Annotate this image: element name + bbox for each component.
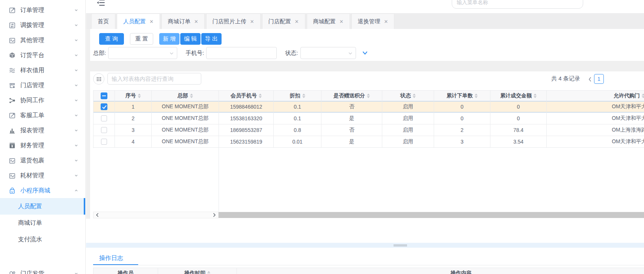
split-resize-bar[interactable] <box>86 243 644 248</box>
row-checkbox[interactable] <box>101 127 107 133</box>
pagination-prev-icon[interactable] <box>587 76 593 83</box>
menu-search-input[interactable] <box>452 0 583 9</box>
tab-operation-log[interactable]: 操作日志 <box>93 253 138 265</box>
sidebar-item-report-mgmt[interactable]: 报表管理 <box>0 123 85 138</box>
sidebar-item-label: 门店管理 <box>20 82 74 89</box>
column-header[interactable]: 允许代购门 <box>547 91 644 101</box>
column-header-label: 是否赠送积分 <box>333 92 365 99</box>
close-icon[interactable]: ✕ <box>250 19 254 24</box>
sidebar-item-service-ticket[interactable]: 客服工单 <box>0 108 85 123</box>
tab-label: 操作日志 <box>99 254 123 262</box>
sidebar-item-sample-borrow[interactable]: 样衣借用 <box>0 63 85 78</box>
table-cell: 0.8 <box>274 124 321 136</box>
sidebar-subitem-payment-flow[interactable]: 支付流水 <box>0 231 85 248</box>
tab-mall-config[interactable]: 商城配置✕ <box>307 14 350 29</box>
table-row[interactable]: 4ONE MOMENT总部156231598190.01是启用33.54OM天津… <box>94 136 644 148</box>
column-header[interactable]: 操作内容 <box>237 268 644 274</box>
status-select[interactable] <box>300 47 356 59</box>
tab-store-config[interactable]: 门店配置✕ <box>262 14 305 29</box>
horizontal-scrollbar-track[interactable] <box>93 212 219 218</box>
row-select-cell <box>94 136 115 147</box>
sidebar-subitem-mall-orders[interactable]: 商城订单 <box>0 215 85 231</box>
sidebar-subitem-label: 人员配置 <box>18 203 42 210</box>
export-button[interactable]: 导 出 <box>201 33 222 45</box>
sidebar-item-miniprogram-mall[interactable]: 小程序商城 <box>0 183 85 198</box>
column-header[interactable]: 状态 <box>382 91 434 101</box>
collapse-sidebar-icon[interactable] <box>97 0 106 6</box>
query-button[interactable]: 查 询 <box>99 33 124 45</box>
table-cell: 0.1 <box>274 113 321 124</box>
content-gutter <box>86 29 90 219</box>
reset-button[interactable]: 重 置 <box>130 33 153 45</box>
scroll-left-icon[interactable] <box>95 213 99 217</box>
sort-icon <box>413 94 416 98</box>
column-header[interactable]: 是否赠送积分 <box>321 91 382 101</box>
column-header[interactable]: 序号 <box>115 91 152 101</box>
sidebar-item-finance-mgmt[interactable]: 财务管理 <box>0 138 85 153</box>
tab-personnel-config[interactable]: 人员配置✕ <box>117 14 160 29</box>
sidebar-item-partial[interactable]: 门店发货 <box>0 266 85 274</box>
column-header[interactable]: 操作时间 <box>158 268 237 274</box>
sort-icon <box>138 94 141 98</box>
column-settings-button[interactable] <box>93 73 104 85</box>
pagination-page-1[interactable]: 1 <box>594 74 604 84</box>
tab-label: 门店照片上传 <box>213 18 246 25</box>
sidebar-item-ordering-platform[interactable]: 订货平台 <box>0 48 85 63</box>
horizontal-scrollbar-thumb[interactable] <box>219 212 644 218</box>
pinned-column-divider <box>219 148 219 212</box>
edit-button[interactable]: 编 辑 <box>180 33 201 45</box>
close-icon[interactable]: ✕ <box>149 19 154 24</box>
row-checkbox[interactable] <box>101 103 107 110</box>
chevron-down-icon <box>74 143 78 148</box>
column-header[interactable]: 折扣 <box>274 91 321 101</box>
chevron-down-icon <box>74 173 78 178</box>
sidebar-item-consumables-mgmt[interactable]: 耗材管理 <box>0 168 85 183</box>
close-icon[interactable]: ✕ <box>339 19 344 24</box>
log-tab-bar: 操作日志 <box>93 253 644 265</box>
resize-handle-icon[interactable] <box>394 244 407 247</box>
close-icon[interactable]: ✕ <box>295 19 299 24</box>
table-row[interactable]: 1ONE MOMENT总部159884680120.1否启用00OM天津和平大 <box>94 101 644 113</box>
close-icon[interactable]: ✕ <box>194 19 198 24</box>
sidebar-item-transfer-mgmt[interactable]: 调拨管理 <box>0 18 85 33</box>
row-checkbox[interactable] <box>101 139 107 145</box>
sort-icon <box>190 94 193 98</box>
column-header-label: 状态 <box>400 92 411 99</box>
box-check-icon <box>8 36 16 44</box>
sidebar-subitem-personnel-config[interactable]: 人员配置 <box>0 198 85 215</box>
table-row[interactable]: 3ONE MOMENT总部186985532870.8否启用278.4OM上海淮… <box>94 124 644 136</box>
add-button[interactable]: 新 增 <box>159 33 179 45</box>
sidebar-item-store-mgmt[interactable]: 门店管理 <box>0 78 85 93</box>
column-header[interactable]: 操作员 <box>94 268 158 274</box>
tab-home[interactable]: 首页 <box>91 14 115 29</box>
table-cell: 启用 <box>382 136 434 147</box>
tab-return-exchange-mgmt[interactable]: 退换管理✕ <box>351 14 395 29</box>
sidebar-item-return-package[interactable]: 退货包裹 <box>0 153 85 168</box>
close-icon[interactable]: ✕ <box>384 19 388 24</box>
edit-square-icon <box>8 6 16 14</box>
column-header-label: 操作时间 <box>184 270 205 274</box>
column-header[interactable]: 会员手机号 <box>219 91 274 101</box>
table-search-input[interactable] <box>107 73 201 85</box>
column-header[interactable]: 总部 <box>152 91 219 101</box>
table-cell: 78.4 <box>490 124 547 136</box>
tab-store-photo-upload[interactable]: 门店照片上传✕ <box>206 14 261 29</box>
phone-input[interactable] <box>206 47 277 59</box>
sidebar-item-other-mgmt[interactable]: 其他管理 <box>0 33 85 48</box>
tab-mall-orders[interactable]: 商城订单✕ <box>161 14 205 29</box>
tab-label: 商城订单 <box>168 18 190 25</box>
column-header[interactable]: 累计下单数 <box>434 91 490 101</box>
chevron-up-icon <box>74 188 78 193</box>
sidebar-item-label: 其他管理 <box>20 36 74 44</box>
row-checkbox[interactable] <box>101 115 107 121</box>
expand-filters-chevron-icon[interactable] <box>361 49 369 57</box>
column-header[interactable]: 累计成交金额 <box>490 91 547 101</box>
sidebar-item-order-mgmt[interactable]: 订单管理 <box>0 3 85 18</box>
tab-label: 退换管理 <box>358 18 380 25</box>
select-all-checkbox[interactable] <box>101 92 107 99</box>
table-row[interactable]: 2ONE MOMENT总部155381633200.1是启用00OM天津和平大 <box>94 113 644 124</box>
headquarters-select[interactable] <box>108 47 177 59</box>
sidebar-item-collaboration[interactable]: 协同工作 <box>0 93 85 108</box>
scroll-right-icon[interactable] <box>213 213 216 217</box>
panel-divider-band <box>86 61 644 71</box>
